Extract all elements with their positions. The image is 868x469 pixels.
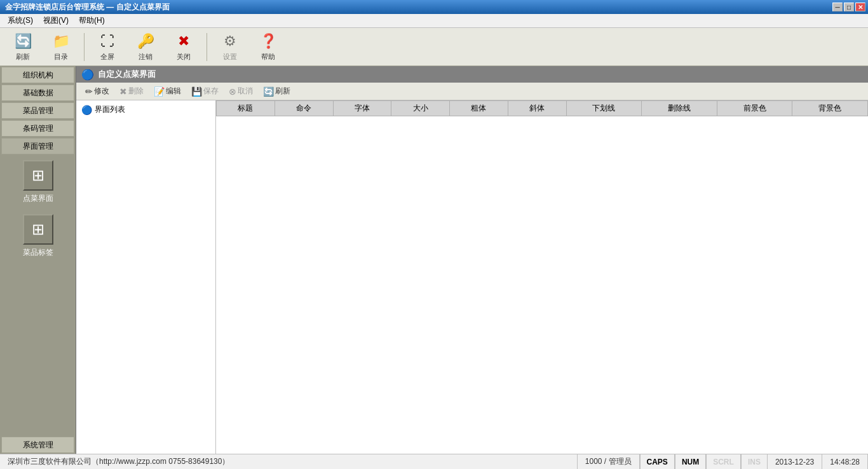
- title-bar: 金字招牌连锁店后台管理系统 — 自定义点菜界面 ─ □ ✕: [0, 0, 868, 14]
- action-refresh-label: 刷新: [275, 86, 290, 97]
- col-bold: 粗体: [450, 101, 508, 116]
- close-button[interactable]: ✕: [855, 3, 865, 11]
- col-underline: 下划线: [566, 101, 642, 116]
- tree-item-icon: 🔵: [81, 105, 92, 115]
- action-refresh[interactable]: 🔄 刷新: [259, 85, 294, 98]
- sidebar-item-basedata[interactable]: 基础数据: [1, 85, 74, 101]
- sidebar: 组织机构 基础数据 菜品管理 条码管理 界面管理 ⊞ 点菜界面 ⊞ 菜品标签 系…: [0, 66, 76, 454]
- status-date: 2013-12-23: [768, 454, 822, 469]
- col-forecolor: 前景色: [717, 101, 792, 116]
- content-area: 🔵 自定义点菜界面 ✏ 修改 ✖ 删除 📝 编辑 💾 保存 ⊗: [76, 66, 868, 454]
- dishlabel-label: 菜品标签: [23, 247, 53, 258]
- toolbar-refresh-label: 刷新: [16, 52, 30, 62]
- cancel-icon: ⊗: [229, 86, 236, 97]
- delete-icon: ✖: [119, 86, 127, 97]
- sidebar-icon-ordermenu[interactable]: ⊞ 点菜界面: [0, 155, 76, 209]
- tree-item-label: 界面列表: [95, 104, 125, 115]
- toolbar-refresh[interactable]: 🔄 刷新: [5, 31, 41, 64]
- num-label: NUM: [682, 458, 699, 466]
- col-backcolor: 背景色: [792, 101, 868, 116]
- status-num: NUM: [675, 454, 706, 469]
- toolbar-close[interactable]: ✖ 关闭: [166, 31, 201, 64]
- edit-icon: 📝: [154, 86, 165, 97]
- toolbar-close-label: 关闭: [177, 52, 191, 62]
- toolbar-logout-label: 注销: [139, 52, 153, 62]
- title-buttons: ─ □ ✕: [832, 3, 865, 11]
- content-body: 🔵 界面列表 标题 命令 字体 大小 粗体 斜体 下划: [76, 100, 868, 454]
- action-save[interactable]: 💾 保存: [187, 85, 222, 98]
- action-cancel-label: 取消: [238, 86, 253, 97]
- status-ins: INS: [741, 454, 768, 469]
- directory-icon: 📁: [51, 32, 71, 51]
- window-title: 金字招牌连锁店后台管理系统 — 自定义点菜界面: [3, 2, 170, 13]
- status-info: 深圳市三度软件有限公司（http://www.jzzp.com 0755-836…: [0, 454, 578, 469]
- action-cancel[interactable]: ⊗ 取消: [225, 85, 257, 98]
- col-font: 字体: [333, 101, 391, 116]
- data-table: 标题 命令 字体 大小 粗体 斜体 下划线 删除线 前景色 背景色: [216, 100, 868, 116]
- status-company-info: 深圳市三度软件有限公司（http://www.jzzp.com 0755-836…: [8, 456, 229, 467]
- status-user: 1000 / 管理员: [578, 454, 640, 469]
- content-header-title: 自定义点菜界面: [98, 69, 156, 80]
- toolbar-settings[interactable]: ⚙ 设置: [212, 31, 248, 64]
- sidebar-bottom: 系统管理: [0, 436, 76, 454]
- toolbar-fullscreen[interactable]: ⛶ 全屏: [90, 31, 125, 64]
- content-header-icon: 🔵: [81, 69, 94, 81]
- toolbar-directory[interactable]: 📁 目录: [43, 31, 79, 64]
- refresh-icon: 🔄: [13, 32, 33, 51]
- help-icon: ❓: [258, 32, 278, 51]
- minimize-button[interactable]: ─: [832, 3, 843, 11]
- sidebar-item-interface[interactable]: 界面管理: [1, 138, 74, 154]
- col-command: 命令: [275, 101, 333, 116]
- action-delete-label: 删除: [128, 86, 144, 97]
- content-header: 🔵 自定义点菜界面: [76, 66, 868, 83]
- status-scrl: SCRL: [706, 454, 741, 469]
- caps-label: CAPS: [647, 458, 668, 466]
- toolbar-separator-1: [84, 33, 85, 61]
- action-toolbar: ✏ 修改 ✖ 删除 📝 编辑 💾 保存 ⊗ 取消 🔄 刷新: [76, 83, 868, 100]
- menu-bar: 系统(S) 视图(V) 帮助(H): [0, 14, 868, 28]
- save-icon: 💾: [191, 86, 202, 97]
- toolbar-logout[interactable]: 🔑 注销: [128, 31, 163, 64]
- action-modify[interactable]: ✏ 修改: [81, 85, 113, 98]
- sidebar-item-barcode[interactable]: 条码管理: [1, 120, 74, 137]
- modify-icon: ✏: [85, 86, 93, 97]
- toolbar-help-label: 帮助: [261, 52, 275, 62]
- menu-view[interactable]: 视图(V): [38, 14, 74, 27]
- col-italic: 斜体: [508, 101, 566, 116]
- close-icon: ✖: [173, 32, 194, 51]
- sidebar-item-dishes[interactable]: 菜品管理: [1, 102, 74, 119]
- restore-button[interactable]: □: [844, 3, 854, 11]
- toolbar-fullscreen-label: 全屏: [100, 52, 114, 62]
- menu-system[interactable]: 系统(S): [3, 14, 38, 27]
- sidebar-item-organization[interactable]: 组织机构: [1, 67, 74, 83]
- action-modify-label: 修改: [94, 86, 109, 97]
- dishlabel-icon: ⊞: [23, 214, 53, 245]
- sidebar-icon-dishlabel[interactable]: ⊞ 菜品标签: [0, 209, 76, 263]
- fullscreen-icon: ⛶: [97, 32, 118, 51]
- scrl-label: SCRL: [713, 458, 734, 466]
- tree-panel: 🔵 界面列表: [76, 100, 216, 454]
- col-strikethrough: 删除线: [642, 101, 717, 116]
- toolbar-separator-2: [207, 33, 207, 61]
- date-label: 2013-12-23: [775, 458, 814, 466]
- settings-icon: ⚙: [220, 32, 240, 51]
- table-header-row: 标题 命令 字体 大小 粗体 斜体 下划线 删除线 前景色 背景色: [217, 101, 868, 116]
- main-area: 组织机构 基础数据 菜品管理 条码管理 界面管理 ⊞ 点菜界面 ⊞ 菜品标签 系…: [0, 66, 868, 454]
- status-user-label: 1000 / 管理员: [585, 456, 632, 467]
- status-caps: CAPS: [640, 454, 675, 469]
- ordermenu-label: 点菜界面: [23, 193, 53, 204]
- ordermenu-icon: ⊞: [23, 160, 53, 191]
- col-title: 标题: [217, 101, 275, 116]
- sidebar-item-sysmanage[interactable]: 系统管理: [1, 437, 74, 453]
- toolbar-settings-label: 设置: [223, 52, 237, 62]
- tree-item-interfacelist[interactable]: 🔵 界面列表: [79, 103, 213, 116]
- toolbar-help[interactable]: ❓ 帮助: [250, 31, 286, 64]
- menu-help[interactable]: 帮助(H): [74, 14, 110, 27]
- table-area: 标题 命令 字体 大小 粗体 斜体 下划线 删除线 前景色 背景色: [216, 100, 868, 454]
- status-time: 14:48:28: [822, 454, 868, 469]
- ins-label: INS: [748, 458, 761, 466]
- action-edit[interactable]: 📝 编辑: [150, 85, 185, 98]
- action-delete[interactable]: ✖ 删除: [116, 85, 147, 98]
- logout-icon: 🔑: [135, 32, 156, 51]
- status-bar: 深圳市三度软件有限公司（http://www.jzzp.com 0755-836…: [0, 454, 868, 469]
